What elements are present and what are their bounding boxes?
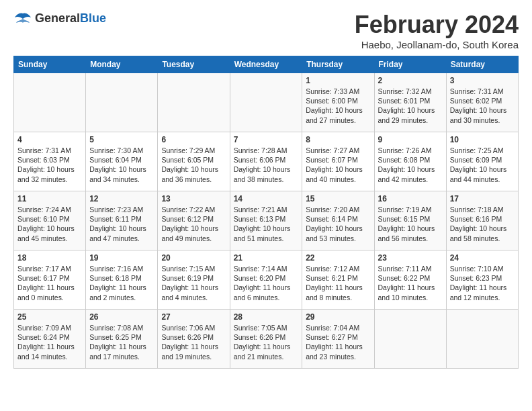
calendar-cell: 7Sunrise: 7:28 AM Sunset: 6:06 PM Daylig… — [230, 132, 302, 191]
day-number: 20 — [161, 253, 226, 263]
day-info: Sunrise: 7:24 AM Sunset: 6:10 PM Dayligh… — [17, 205, 82, 243]
calendar-cell: 20Sunrise: 7:15 AM Sunset: 6:19 PM Dayli… — [158, 250, 230, 310]
day-number: 3 — [450, 76, 515, 85]
day-info: Sunrise: 7:29 AM Sunset: 6:05 PM Dayligh… — [161, 146, 226, 184]
calendar-cell: 8Sunrise: 7:27 AM Sunset: 6:07 PM Daylig… — [302, 132, 374, 191]
day-info: Sunrise: 7:04 AM Sunset: 6:27 PM Dayligh… — [306, 323, 370, 361]
day-info: Sunrise: 7:19 AM Sunset: 6:15 PM Dayligh… — [378, 205, 443, 243]
day-number: 12 — [89, 194, 154, 203]
day-number: 23 — [378, 253, 443, 263]
day-info: Sunrise: 7:23 AM Sunset: 6:11 PM Dayligh… — [89, 205, 154, 243]
day-info: Sunrise: 7:15 AM Sunset: 6:19 PM Dayligh… — [161, 264, 226, 302]
day-number: 2 — [378, 76, 443, 85]
calendar-week-5: 25Sunrise: 7:09 AM Sunset: 6:24 PM Dayli… — [14, 310, 519, 369]
day-info: Sunrise: 7:26 AM Sunset: 6:08 PM Dayligh… — [378, 146, 443, 184]
calendar-cell: 12Sunrise: 7:23 AM Sunset: 6:11 PM Dayli… — [86, 191, 158, 250]
day-info: Sunrise: 7:08 AM Sunset: 6:25 PM Dayligh… — [89, 323, 154, 361]
day-number: 8 — [306, 135, 370, 144]
calendar-header: SundayMondayTuesdayWednesdayThursdayFrid… — [14, 56, 519, 73]
day-info: Sunrise: 7:11 AM Sunset: 6:22 PM Dayligh… — [378, 264, 443, 302]
day-info: Sunrise: 7:21 AM Sunset: 6:13 PM Dayligh… — [234, 205, 299, 243]
location-subtitle: Haebo, Jeollanam-do, South Korea — [355, 39, 519, 50]
day-number: 26 — [89, 312, 154, 322]
calendar-cell: 9Sunrise: 7:26 AM Sunset: 6:08 PM Daylig… — [374, 132, 446, 191]
day-info: Sunrise: 7:22 AM Sunset: 6:12 PM Dayligh… — [161, 205, 226, 243]
day-number: 7 — [234, 135, 299, 144]
day-header-thursday: Thursday — [302, 56, 374, 73]
day-info: Sunrise: 7:16 AM Sunset: 6:18 PM Dayligh… — [89, 264, 154, 302]
calendar-cell — [230, 73, 302, 132]
day-number: 14 — [234, 194, 299, 203]
day-info: Sunrise: 7:05 AM Sunset: 6:26 PM Dayligh… — [234, 323, 299, 361]
logo-blue: Blue — [80, 11, 106, 25]
calendar-body: 1Sunrise: 7:33 AM Sunset: 6:00 PM Daylig… — [14, 73, 519, 369]
calendar-cell — [86, 73, 158, 132]
day-header-monday: Monday — [86, 56, 158, 73]
day-header-friday: Friday — [374, 56, 446, 73]
day-number: 15 — [306, 194, 370, 203]
calendar-cell: 4Sunrise: 7:31 AM Sunset: 6:03 PM Daylig… — [14, 132, 86, 191]
day-number: 16 — [378, 194, 443, 203]
day-header-sunday: Sunday — [14, 56, 86, 73]
calendar-cell: 29Sunrise: 7:04 AM Sunset: 6:27 PM Dayli… — [302, 310, 374, 369]
calendar-table: SundayMondayTuesdayWednesdayThursdayFrid… — [13, 56, 519, 369]
calendar-cell: 11Sunrise: 7:24 AM Sunset: 6:10 PM Dayli… — [14, 191, 86, 250]
calendar-cell: 6Sunrise: 7:29 AM Sunset: 6:05 PM Daylig… — [158, 132, 230, 191]
calendar-cell: 26Sunrise: 7:08 AM Sunset: 6:25 PM Dayli… — [86, 310, 158, 369]
day-info: Sunrise: 7:06 AM Sunset: 6:26 PM Dayligh… — [161, 323, 226, 361]
day-info: Sunrise: 7:10 AM Sunset: 6:23 PM Dayligh… — [450, 264, 515, 302]
day-header-tuesday: Tuesday — [158, 56, 230, 73]
logo-bird-icon — [13, 11, 32, 26]
day-info: Sunrise: 7:32 AM Sunset: 6:01 PM Dayligh… — [378, 87, 443, 125]
day-number: 25 — [17, 312, 82, 322]
day-info: Sunrise: 7:14 AM Sunset: 6:20 PM Dayligh… — [234, 264, 299, 302]
calendar-cell — [14, 73, 86, 132]
day-info: Sunrise: 7:27 AM Sunset: 6:07 PM Dayligh… — [306, 146, 370, 184]
logo-text: GeneralBlue — [35, 11, 106, 26]
day-info: Sunrise: 7:31 AM Sunset: 6:03 PM Dayligh… — [17, 146, 82, 184]
calendar-cell: 17Sunrise: 7:18 AM Sunset: 6:16 PM Dayli… — [446, 191, 518, 250]
day-info: Sunrise: 7:33 AM Sunset: 6:00 PM Dayligh… — [306, 87, 370, 125]
calendar-cell — [158, 73, 230, 132]
day-number: 10 — [450, 135, 515, 144]
day-info: Sunrise: 7:18 AM Sunset: 6:16 PM Dayligh… — [450, 205, 515, 243]
day-number: 27 — [161, 312, 226, 322]
day-number: 24 — [450, 253, 515, 263]
day-info: Sunrise: 7:20 AM Sunset: 6:14 PM Dayligh… — [306, 205, 370, 243]
day-info: Sunrise: 7:31 AM Sunset: 6:02 PM Dayligh… — [450, 87, 515, 125]
header-row: SundayMondayTuesdayWednesdayThursdayFrid… — [14, 56, 519, 73]
day-number: 6 — [161, 135, 226, 144]
calendar-cell: 14Sunrise: 7:21 AM Sunset: 6:13 PM Dayli… — [230, 191, 302, 250]
calendar-cell: 22Sunrise: 7:12 AM Sunset: 6:21 PM Dayli… — [302, 250, 374, 310]
calendar-week-2: 4Sunrise: 7:31 AM Sunset: 6:03 PM Daylig… — [14, 132, 519, 191]
calendar-cell: 15Sunrise: 7:20 AM Sunset: 6:14 PM Dayli… — [302, 191, 374, 250]
day-info: Sunrise: 7:17 AM Sunset: 6:17 PM Dayligh… — [17, 264, 82, 302]
day-header-wednesday: Wednesday — [230, 56, 302, 73]
calendar-cell: 13Sunrise: 7:22 AM Sunset: 6:12 PM Dayli… — [158, 191, 230, 250]
calendar-cell: 25Sunrise: 7:09 AM Sunset: 6:24 PM Dayli… — [14, 310, 86, 369]
calendar-cell: 21Sunrise: 7:14 AM Sunset: 6:20 PM Dayli… — [230, 250, 302, 310]
title-block: February 2024 Haebo, Jeollanam-do, South… — [355, 11, 519, 50]
calendar-week-4: 18Sunrise: 7:17 AM Sunset: 6:17 PM Dayli… — [14, 250, 519, 310]
day-number: 5 — [89, 135, 154, 144]
calendar-cell: 16Sunrise: 7:19 AM Sunset: 6:15 PM Dayli… — [374, 191, 446, 250]
calendar-week-1: 1Sunrise: 7:33 AM Sunset: 6:00 PM Daylig… — [14, 73, 519, 132]
calendar-cell: 10Sunrise: 7:25 AM Sunset: 6:09 PM Dayli… — [446, 132, 518, 191]
day-number: 21 — [234, 253, 299, 263]
day-number: 4 — [17, 135, 82, 144]
day-info: Sunrise: 7:30 AM Sunset: 6:04 PM Dayligh… — [89, 146, 154, 184]
page-header: GeneralBlue February 2024 Haebo, Jeollan… — [13, 11, 519, 50]
day-number: 13 — [161, 194, 226, 203]
day-header-saturday: Saturday — [446, 56, 518, 73]
day-number: 9 — [378, 135, 443, 144]
day-info: Sunrise: 7:12 AM Sunset: 6:21 PM Dayligh… — [306, 264, 370, 302]
day-number: 17 — [450, 194, 515, 203]
day-info: Sunrise: 7:09 AM Sunset: 6:24 PM Dayligh… — [17, 323, 82, 361]
logo: GeneralBlue — [13, 11, 106, 26]
day-info: Sunrise: 7:28 AM Sunset: 6:06 PM Dayligh… — [234, 146, 299, 184]
calendar-cell: 24Sunrise: 7:10 AM Sunset: 6:23 PM Dayli… — [446, 250, 518, 310]
calendar-cell: 23Sunrise: 7:11 AM Sunset: 6:22 PM Dayli… — [374, 250, 446, 310]
calendar-cell: 1Sunrise: 7:33 AM Sunset: 6:00 PM Daylig… — [302, 73, 374, 132]
day-number: 29 — [306, 312, 370, 322]
calendar-cell: 19Sunrise: 7:16 AM Sunset: 6:18 PM Dayli… — [86, 250, 158, 310]
